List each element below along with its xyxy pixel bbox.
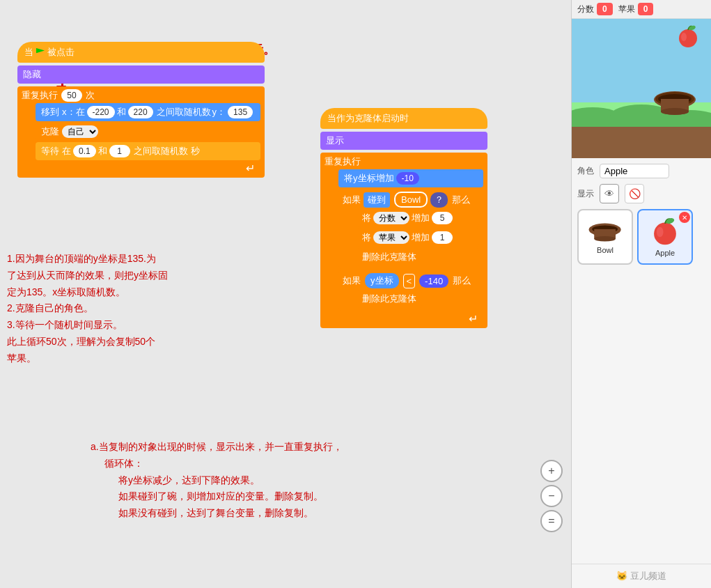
show-visible-btn[interactable]: 👁 <box>600 184 619 203</box>
bowl-thumb-label: Bowl <box>597 246 614 254</box>
hide-block[interactable]: 隐藏 <box>17 65 265 84</box>
apple-svg <box>677 24 699 49</box>
apple-thumb-svg <box>651 217 679 247</box>
score-amount[interactable]: 5 <box>432 212 453 224</box>
reset-view-button[interactable]: = <box>540 510 563 532</box>
svg-point-8 <box>661 108 689 115</box>
annotation-d: 如果碰到了碗，则增加对应的变量。删除复制。 <box>118 488 343 505</box>
zoom-out-button[interactable]: − <box>540 485 563 507</box>
move-block[interactable]: 移到 x： 在 -220 和 220 之间取随机数 y： 135 <box>36 103 260 121</box>
wait-block[interactable]: 等待 在 0.1 和 1 之间取随机数 秒 <box>36 142 260 160</box>
annotation-line3: 定为135。x坐标取随机数。 <box>7 284 168 301</box>
show-label: 显示 <box>326 134 344 147</box>
question-mark: ？ <box>430 192 448 208</box>
svg-point-1 <box>681 33 687 41</box>
move-label: 移到 <box>41 106 59 118</box>
annotation-e: 如果没有碰到，达到了舞台变量，删除复制。 <box>118 505 343 522</box>
range-min-x[interactable]: -220 <box>87 106 115 118</box>
clone-block[interactable]: 克隆 自己 <box>36 123 260 141</box>
if-y-block[interactable]: 如果 y坐标 < -140 那么 删除此克隆体 <box>338 270 483 311</box>
if-label: 如果 <box>343 194 361 206</box>
hat-suffix: 被点击 <box>47 46 75 59</box>
repeat-block[interactable]: 重复执行 50 次 移到 x： 在 -220 和 220 之间取随机数 y： 1… <box>17 86 265 178</box>
y-change-value[interactable]: -10 <box>396 172 419 185</box>
clone-hat-block[interactable]: 当作为克隆体启动时 <box>320 108 487 129</box>
annotation-c: 将y坐标减少，达到下降的效果。 <box>118 472 343 489</box>
sprite-thumbnails: Bowl ✕ Apple <box>577 209 705 265</box>
if2-label: 如果 <box>343 274 361 287</box>
annotation-line5: 3.等待一个随机时间显示。 <box>7 317 168 334</box>
score-bar: 分数 0 苹果 0 <box>572 0 711 19</box>
hat-block[interactable]: 当 被点击 <box>17 42 265 63</box>
y-change-label: 将y坐标增加 <box>344 172 394 185</box>
right-panel: 分数 0 苹果 0 <box>571 0 711 588</box>
wait-max[interactable]: 1 <box>109 145 130 157</box>
sprite-section: 角色 显示 👁 🚫 Bowl ✕ <box>572 158 711 564</box>
bowl-sprite-thumb[interactable]: Bowl <box>577 209 633 265</box>
hat-label: 当 <box>24 46 33 59</box>
repeat-forever-block[interactable]: 重复执行 将y坐标增加 -10 如果 碰到 Bowl ？ 那么 <box>320 153 487 328</box>
watermark-text: 🐱 豆儿频道 <box>616 571 666 581</box>
apple-var-select[interactable]: 苹果 <box>373 231 409 244</box>
apple-sprite-thumb[interactable]: ✕ Apple <box>637 209 693 265</box>
delete-clone-block1[interactable]: 删除此克隆体 <box>357 248 479 266</box>
y-change-block[interactable]: 将y坐标增加 -10 <box>338 169 483 187</box>
repeat-forever-label: 重复执行 <box>325 155 361 168</box>
apple-label: 苹果 <box>618 3 635 15</box>
annotation-line7: 苹果。 <box>7 350 168 367</box>
loop-arrow: ↵ <box>36 162 260 175</box>
annotation-body: 1.因为舞台的顶端的y坐标是135.为 了达到从天而降的效果，则把y坐标固 定为… <box>7 251 168 367</box>
loop-arrow2: ↵ <box>338 312 483 325</box>
score-label: 分数 <box>577 3 594 15</box>
show-row-label: 显示 <box>577 188 594 200</box>
annotation-line6: 此上循环50次，理解为会复制50个 <box>7 334 168 350</box>
apple-value: 0 <box>638 3 654 15</box>
less-than: < <box>403 274 416 288</box>
stage-bowl <box>653 89 698 120</box>
show-block[interactable]: 显示 <box>320 132 487 150</box>
score-increase-block[interactable]: 将 分数 增加 5 <box>357 209 479 227</box>
watermark: 🐱 豆儿频道 <box>572 564 711 588</box>
touch-target[interactable]: Bowl <box>394 192 428 208</box>
clone-self-select[interactable]: 自己 <box>62 125 98 138</box>
sprite-name-input[interactable] <box>600 164 669 178</box>
delete-clone-block2[interactable]: 删除此克隆体 <box>357 290 422 308</box>
range-max-x[interactable]: 220 <box>128 106 153 118</box>
apple-delete-btn[interactable]: ✕ <box>679 212 690 223</box>
annotation-b: 循环体： <box>104 456 343 472</box>
wait-min[interactable]: 0.1 <box>73 145 96 157</box>
bowl-svg <box>653 89 698 117</box>
y-value[interactable]: 135 <box>228 106 253 118</box>
y-var: y坐标 <box>365 273 399 288</box>
increase-label: 增加 <box>412 212 430 224</box>
stage-ground <box>572 127 711 158</box>
delete-clone-label2: 删除此克隆体 <box>362 293 416 305</box>
repeat-count[interactable]: 50 <box>61 89 82 102</box>
annotation-line2: 了达到从天而降的效果，则把y坐标固 <box>7 268 168 284</box>
repeat-label: 重复执行 <box>22 89 58 102</box>
apple-increase-block[interactable]: 将 苹果 增加 1 <box>357 229 479 247</box>
set-apple-label: 将 <box>362 231 371 244</box>
if-bowl-block[interactable]: 如果 碰到 Bowl ？ 那么 将 分数 增加 <box>338 189 483 269</box>
delete-clone-label1: 删除此克隆体 <box>362 251 416 263</box>
y-threshold: -140 <box>419 274 448 288</box>
zoom-in-button[interactable]: + <box>540 460 563 482</box>
role-label: 角色 <box>577 165 594 177</box>
scroll-controls: + − = <box>540 460 563 532</box>
apple-thumb-label: Apple <box>655 249 675 257</box>
show-hidden-btn[interactable]: 🚫 <box>625 184 644 203</box>
annotation-bottom: a.当复制的对象出现的时候，显示出来，并一直重复执行， 循环体： 将y坐标减少，… <box>91 439 343 522</box>
block-group-main: 当 被点击 隐藏 重复执行 50 次 移到 x： 在 -220 <box>17 42 265 178</box>
score-value: 0 <box>597 3 613 15</box>
show-row: 显示 👁 🚫 <box>577 184 705 203</box>
annotation-line1: 1.因为舞台的顶端的y坐标是135.为 <box>7 251 168 268</box>
svg-point-12 <box>594 235 616 241</box>
annotation-line4: 2.克隆自己的角色。 <box>7 300 168 317</box>
svg-point-14 <box>657 227 664 238</box>
clone-start-label: 当作为克隆体启动时 <box>327 112 409 125</box>
block-group-clone: 当作为克隆体启动时 显示 重复执行 将y坐标增加 -10 如果 <box>320 108 487 328</box>
main-canvas: 当程序开始时，先隐藏，不显示。 当 被点击 隐藏 重复执行 50 次 移到 <box>0 0 571 588</box>
repeat-suffix: 次 <box>86 89 95 102</box>
apple-amount[interactable]: 1 <box>432 231 453 244</box>
score-var-select[interactable]: 分数 <box>373 212 409 224</box>
